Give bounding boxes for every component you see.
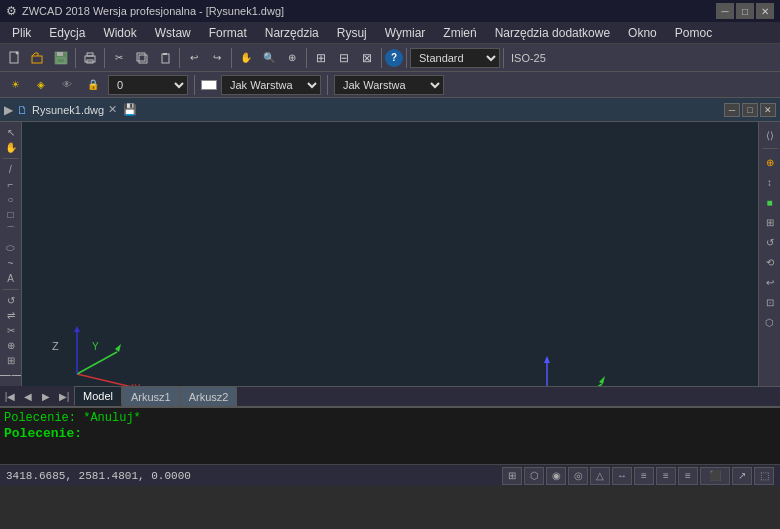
right-tool-9[interactable]: ⬡ <box>761 313 779 331</box>
offset-tool[interactable]: ⊕ <box>2 339 20 352</box>
minimize-button[interactable]: ─ <box>716 3 734 19</box>
right-tool-3[interactable]: ■ <box>761 193 779 211</box>
menu-item-menu-okno[interactable]: Okno <box>620 22 665 43</box>
tab-model[interactable]: Model <box>74 386 122 406</box>
drawing-controls: ─ □ ✕ <box>724 103 776 117</box>
svg-text:X: X <box>134 383 141 386</box>
layer-icon-3[interactable]: 👁 <box>56 74 78 96</box>
menu-item-menu-plik[interactable]: Plik <box>4 22 39 43</box>
array-tool[interactable]: ⊞ <box>2 354 20 367</box>
drawing-minimize[interactable]: ─ <box>724 103 740 117</box>
select-tool[interactable]: ↖ <box>2 126 20 139</box>
paste-button[interactable] <box>154 47 176 69</box>
status-ducs[interactable]: ≡ <box>634 467 654 485</box>
spline-tool[interactable]: ~ <box>2 257 20 270</box>
right-tool-5[interactable]: ↺ <box>761 233 779 251</box>
right-tool-6[interactable]: ⟲ <box>761 253 779 271</box>
toolbar-main: ✂ ↩ ↪ ✋ 🔍 ⊕ ⊞ ⊟ ⊠ ? Standard ISO-25 <box>0 44 780 72</box>
maximize-button[interactable]: □ <box>736 3 754 19</box>
menu-item-menu-widok[interactable]: Widok <box>95 22 144 43</box>
right-tool-8[interactable]: ⊡ <box>761 293 779 311</box>
status-dyn[interactable]: ≡ <box>656 467 676 485</box>
new-button[interactable] <box>4 47 26 69</box>
close-button[interactable]: ✕ <box>756 3 774 19</box>
layer-icon-1[interactable]: ☀ <box>4 74 26 96</box>
view-btn-3[interactable]: ⊠ <box>356 47 378 69</box>
layer-icon-2[interactable]: ◈ <box>30 74 52 96</box>
cut-button[interactable]: ✂ <box>108 47 130 69</box>
save-button[interactable] <box>50 47 72 69</box>
svg-line-23 <box>547 384 602 386</box>
right-tool-4[interactable]: ⊞ <box>761 213 779 231</box>
nav-last[interactable]: ▶| <box>56 388 72 404</box>
status-otrack[interactable]: ↔ <box>612 467 632 485</box>
trim-tool[interactable]: ✂ <box>2 324 20 337</box>
right-tool-2[interactable]: ↕ <box>761 173 779 191</box>
print-button[interactable] <box>79 47 101 69</box>
color-combo[interactable]: Jak Warstwa <box>221 75 321 95</box>
open-button[interactable] <box>27 47 49 69</box>
zoom-button[interactable]: 🔍 <box>258 47 280 69</box>
drawing-expand-icon[interactable]: ▶ <box>4 103 13 117</box>
status-transparency[interactable]: ↗ <box>732 467 752 485</box>
status-3dosnap[interactable]: △ <box>590 467 610 485</box>
canvas-area[interactable]: Z Y X <box>22 122 758 386</box>
status-polar[interactable]: ◉ <box>546 467 566 485</box>
toolbar-sep-4 <box>231 48 232 68</box>
nav-next[interactable]: ▶ <box>38 388 54 404</box>
help-button[interactable]: ? <box>385 49 403 67</box>
circle-tool[interactable]: ○ <box>2 193 20 206</box>
line-tool[interactable]: / <box>2 163 20 176</box>
status-grid[interactable]: ⊞ <box>502 467 522 485</box>
rotate-tool[interactable]: ↺ <box>2 294 20 307</box>
menu-item-menu-zmien[interactable]: Zmień <box>435 22 484 43</box>
layer-icon-4[interactable]: 🔒 <box>82 74 104 96</box>
nav-prev[interactable]: ◀ <box>20 388 36 404</box>
menu-item-menu-pomoc[interactable]: Pomoc <box>667 22 720 43</box>
drawing-title-bar: ▶ 🗋 Rysunek1.dwg ✕ 💾 ─ □ ✕ <box>0 98 780 122</box>
menu-item-menu-format[interactable]: Format <box>201 22 255 43</box>
rect-tool[interactable]: □ <box>2 208 20 221</box>
menu-item-menu-wstaw[interactable]: Wstaw <box>147 22 199 43</box>
copy-button[interactable] <box>131 47 153 69</box>
ellipse-tool[interactable]: ⬭ <box>2 241 20 255</box>
toolbar-sep-1 <box>75 48 76 68</box>
drawing-tab-close[interactable]: ✕ <box>108 103 117 116</box>
menu-item-menu-edycja[interactable]: Edycja <box>41 22 93 43</box>
text-tool[interactable]: A <box>2 272 20 285</box>
view-btn-1[interactable]: ⊞ <box>310 47 332 69</box>
right-tool-1[interactable]: ⊕ <box>761 153 779 171</box>
mirror-tool[interactable]: ⇌ <box>2 309 20 322</box>
drawing-close[interactable]: ✕ <box>760 103 776 117</box>
drawing-maximize[interactable]: □ <box>742 103 758 117</box>
status-lw[interactable]: ≡ <box>678 467 698 485</box>
polyline-tool[interactable]: ⌐ <box>2 178 20 191</box>
layer-combo[interactable]: 0 <box>108 75 188 95</box>
menu-item-menu-rysuj[interactable]: Rysuj <box>329 22 375 43</box>
tab-arkusz1[interactable]: Arkusz1 <box>122 386 180 406</box>
pan-button[interactable]: ✋ <box>235 47 257 69</box>
arc-tool[interactable]: ⌒ <box>2 223 20 239</box>
svg-marker-18 <box>74 326 80 332</box>
status-snap[interactable]: ⬡ <box>524 467 544 485</box>
zoom-window-button[interactable]: ⊕ <box>281 47 303 69</box>
status-osnap[interactable]: ◎ <box>568 467 588 485</box>
dimension-tool[interactable]: ⟵⟶ <box>2 369 20 382</box>
right-tool-7[interactable]: ↩ <box>761 273 779 291</box>
color-icon[interactable] <box>201 80 217 90</box>
menu-item-menu-narzedziaDodatkowe[interactable]: Narzędzia dodatkowe <box>487 22 618 43</box>
view-btn-2[interactable]: ⊟ <box>333 47 355 69</box>
menu-item-menu-narzedzia[interactable]: Narzędzia <box>257 22 327 43</box>
status-qprops[interactable]: ⬚ <box>754 467 774 485</box>
undo-button[interactable]: ↩ <box>183 47 205 69</box>
status-model[interactable]: ⬛ <box>700 467 730 485</box>
linetype-combo[interactable]: Jak Warstwa <box>334 75 444 95</box>
nav-first[interactable]: |◀ <box>2 388 18 404</box>
style-combo[interactable]: Standard <box>410 48 500 68</box>
drawing-save-icon[interactable]: 💾 <box>123 103 137 116</box>
redo-button[interactable]: ↪ <box>206 47 228 69</box>
tab-arkusz2[interactable]: Arkusz2 <box>180 386 238 406</box>
menu-item-menu-wymiar[interactable]: Wymiar <box>377 22 434 43</box>
right-expand[interactable]: ⟨⟩ <box>761 126 779 144</box>
pan-tool[interactable]: ✋ <box>2 141 20 154</box>
